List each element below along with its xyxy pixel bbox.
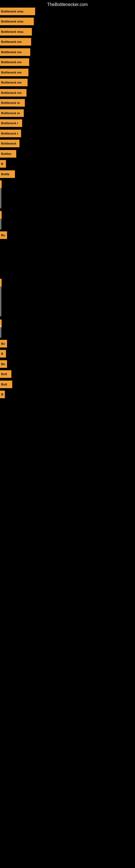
- bar-label: Bottleneck resu: [1, 10, 24, 13]
- bar-label: Bottleneck res: [1, 91, 21, 94]
- bar-label: Bottleneck resu: [1, 20, 24, 23]
- bar-label: Bottleneck res: [1, 81, 21, 84]
- bottleneck-bar: Bottleneck resu: [0, 28, 32, 35]
- bottleneck-bar: Bottleneck: [0, 140, 19, 147]
- bottleneck-bar: Bottleneck res: [0, 48, 30, 56]
- bar-label: B: [1, 162, 3, 165]
- bar-label: Bo: [1, 234, 5, 237]
- bar-label: Bott: [1, 372, 7, 376]
- bar-label: Bottleneck re: [1, 112, 20, 115]
- bottleneck-bar: B: [0, 160, 6, 167]
- vertical-line: [1, 188, 1, 208]
- bar-label: Bottleneck r: [1, 132, 18, 135]
- bar-label: Bottleneck re: [1, 101, 20, 104]
- vertical-line: [1, 219, 1, 229]
- bottleneck-bar: Bott: [0, 380, 12, 388]
- bottleneck-bar: Bottleneck resu: [0, 18, 34, 25]
- bar-label: Bottleneck res: [1, 51, 21, 54]
- bar-label: Bottleneck res: [1, 71, 21, 74]
- bottleneck-bar: Bottleneck res: [0, 89, 27, 97]
- bottleneck-bar: [0, 279, 2, 286]
- bottleneck-bar: Bo: [0, 340, 7, 347]
- bottleneck-bar: [0, 211, 2, 219]
- bottleneck-bar: Bo: [0, 231, 7, 239]
- vertical-line: [1, 286, 1, 316]
- bar-label: Bottle: [1, 173, 9, 176]
- bar-label: Bott: [1, 383, 7, 386]
- bottleneck-bar: B: [0, 350, 6, 358]
- bar-label: Bottleneck r: [1, 122, 18, 125]
- bottleneck-bar: Bottleneck re: [0, 99, 25, 106]
- bar-label: Bottleneck resu: [1, 30, 24, 33]
- bottleneck-bar: Bottleneck res: [0, 38, 31, 45]
- bottleneck-bar: Bottle: [0, 170, 15, 178]
- bottleneck-bar: Bottlen: [0, 150, 16, 158]
- bottleneck-bar: B: [0, 391, 5, 398]
- bottleneck-bar: Bott: [0, 370, 11, 378]
- bar-label: Bottleneck: [1, 142, 16, 145]
- bar-label: Bottleneck res: [1, 61, 21, 64]
- bottleneck-bar: Bottleneck r: [0, 130, 21, 137]
- bar-label: Bo: [1, 362, 5, 366]
- bottleneck-bar: Bo: [0, 360, 7, 368]
- bottleneck-bar: Bottleneck resu: [0, 8, 35, 15]
- bottleneck-bar: Bottleneck re: [0, 109, 24, 117]
- bottleneck-bar: Bottleneck res: [0, 69, 28, 76]
- bottleneck-bar: Bottleneck res: [0, 58, 29, 66]
- bar-label: Bottleneck res: [1, 40, 21, 43]
- bottleneck-bar: Bottleneck r: [0, 119, 22, 127]
- bar-label: B: [1, 393, 3, 396]
- vertical-line: [1, 326, 1, 338]
- bar-label: Bottlen: [1, 152, 11, 155]
- bar-label: Bo: [1, 342, 5, 345]
- bottleneck-bar: Bottleneck res: [0, 79, 28, 86]
- bottleneck-bar: [0, 180, 2, 188]
- bar-label: B: [1, 352, 3, 355]
